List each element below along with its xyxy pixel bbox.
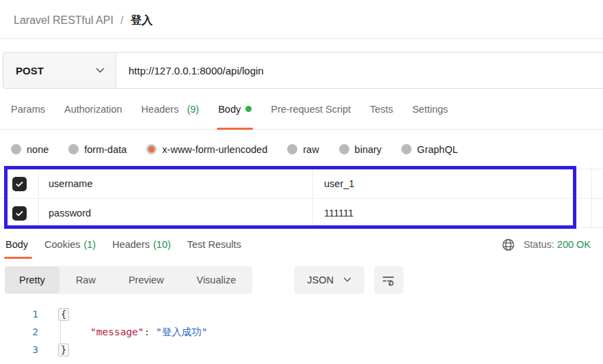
line-number: 2 xyxy=(0,326,38,337)
response-tab-body[interactable]: Body xyxy=(0,228,36,261)
radio-binary[interactable]: binary xyxy=(339,144,382,155)
radio-graphql[interactable]: GraphQL xyxy=(401,144,458,155)
radio-icon xyxy=(401,144,412,154)
row-checkbox[interactable] xyxy=(12,177,27,191)
key-cell[interactable]: password xyxy=(39,199,313,227)
radio-icon xyxy=(287,144,297,154)
json-colon: : xyxy=(144,326,150,337)
tab-label: Headers xyxy=(142,104,179,115)
tab-authorization[interactable]: Authorization xyxy=(55,89,132,129)
json-key: "message" xyxy=(90,326,144,337)
url-text: http://127.0.0.1:8000/api/login xyxy=(129,65,264,76)
radio-x-www-form-urlencoded[interactable]: x-www-form-urlencoded xyxy=(146,144,267,155)
radio-selected-icon xyxy=(146,144,157,154)
radio-label: x-www-form-urlencoded xyxy=(162,144,267,155)
status-label: Status: xyxy=(524,239,554,250)
tab-headers[interactable]: Headers(9) xyxy=(132,89,209,129)
radio-label: none xyxy=(27,144,49,155)
request-bar: POST http://127.0.0.1:8000/api/login xyxy=(3,52,603,89)
fold-toggle[interactable]: { xyxy=(58,308,69,321)
globe-icon[interactable] xyxy=(501,238,515,252)
response-body-code: 1 { 2 "message": "登入成功" 3 } xyxy=(0,305,603,359)
radio-none[interactable]: none xyxy=(11,144,49,155)
url-input[interactable]: http://127.0.0.1:8000/api/login xyxy=(116,52,603,89)
breadcrumb-request-name: 登入 xyxy=(131,14,152,26)
line-number: 3 xyxy=(0,344,38,355)
code-line: 2 "message": "登入成功" xyxy=(0,323,603,341)
tab-label: Body xyxy=(218,104,241,115)
tab-label: Authorization xyxy=(64,104,122,115)
tab-label: Headers xyxy=(112,239,150,250)
response-tab-headers[interactable]: Headers(10) xyxy=(104,228,179,261)
method-select[interactable]: POST xyxy=(3,52,116,89)
view-mode-group: Pretty Raw Preview Visualize xyxy=(5,266,252,294)
format-select[interactable]: JSON xyxy=(294,266,364,294)
table-row: password 111111 xyxy=(0,199,603,228)
tab-label: Tests xyxy=(370,104,393,115)
radio-raw[interactable]: raw xyxy=(287,144,319,155)
radio-label: raw xyxy=(303,144,319,155)
tab-label: Pre-request Script xyxy=(271,104,351,115)
response-viewer-toolbar: Pretty Raw Preview Visualize JSON xyxy=(5,266,603,294)
breadcrumb: Laravel RESTful API / 登入 xyxy=(0,0,603,39)
request-tabs: Params Authorization Headers(9) Body Pre… xyxy=(0,89,603,130)
response-section-header: Body Cookies(1) Headers(10) Test Results… xyxy=(0,228,603,261)
format-label: JSON xyxy=(307,275,334,285)
table-row: username user_1 xyxy=(0,169,603,199)
radio-form-data[interactable]: form-data xyxy=(68,144,126,155)
row-checkbox[interactable] xyxy=(12,206,27,221)
radio-label: GraphQL xyxy=(417,144,458,155)
response-tab-test-results[interactable]: Test Results xyxy=(179,228,250,261)
tab-tests[interactable]: Tests xyxy=(360,89,403,129)
mode-raw[interactable]: Raw xyxy=(59,266,112,294)
tab-settings[interactable]: Settings xyxy=(403,89,457,129)
breadcrumb-separator: / xyxy=(120,14,123,26)
breadcrumb-collection[interactable]: Laravel RESTful API xyxy=(14,14,113,26)
response-status: Status: 200 OK xyxy=(501,228,591,261)
value-cell[interactable]: 111111 xyxy=(313,199,592,227)
tab-count: (1) xyxy=(83,239,96,250)
value-cell[interactable]: user_1 xyxy=(313,169,592,198)
active-tab-underline xyxy=(4,257,32,259)
chevron-down-icon xyxy=(343,277,351,283)
tab-body[interactable]: Body xyxy=(209,89,261,129)
code-line: 1 { xyxy=(0,305,603,323)
urlencoded-key-value-table: username user_1 password 111111 xyxy=(0,169,603,228)
wrap-lines-icon xyxy=(381,272,396,288)
key-cell[interactable]: username xyxy=(39,169,313,198)
json-line: "message": "登入成功" xyxy=(70,326,208,339)
active-tab-underline xyxy=(217,128,253,130)
tab-label: Settings xyxy=(412,104,448,115)
mode-pretty[interactable]: Pretty xyxy=(5,266,59,294)
method-label: POST xyxy=(16,65,44,76)
radio-icon xyxy=(339,144,349,154)
radio-icon xyxy=(68,144,79,154)
json-value: "登入成功" xyxy=(156,326,207,337)
mode-preview[interactable]: Preview xyxy=(112,266,180,294)
code-line: 3 } xyxy=(0,341,603,359)
fold-toggle[interactable]: } xyxy=(58,344,69,356)
description-cell[interactable] xyxy=(592,199,603,227)
body-content-dot-icon xyxy=(245,106,252,112)
tab-count: (10) xyxy=(153,239,171,250)
line-number: 1 xyxy=(0,309,38,320)
tab-label: Params xyxy=(11,104,45,115)
radio-label: binary xyxy=(355,144,382,155)
radio-label: form-data xyxy=(84,144,126,155)
chevron-down-icon xyxy=(96,68,105,74)
mode-visualize[interactable]: Visualize xyxy=(180,266,252,294)
body-type-selector: none form-data x-www-form-urlencoded raw… xyxy=(0,130,603,169)
response-tab-cookies[interactable]: Cookies(1) xyxy=(36,228,104,261)
status-value: 200 OK xyxy=(557,239,591,250)
tab-label: Test Results xyxy=(187,239,241,250)
tab-params[interactable]: Params xyxy=(1,89,55,129)
radio-icon xyxy=(11,144,21,154)
description-cell[interactable] xyxy=(592,169,603,198)
tab-label: Cookies xyxy=(44,239,80,250)
tab-count: (9) xyxy=(187,104,199,115)
wrap-lines-button[interactable] xyxy=(374,266,403,294)
tab-label: Body xyxy=(5,239,28,250)
tab-pre-request-script[interactable]: Pre-request Script xyxy=(261,89,360,129)
